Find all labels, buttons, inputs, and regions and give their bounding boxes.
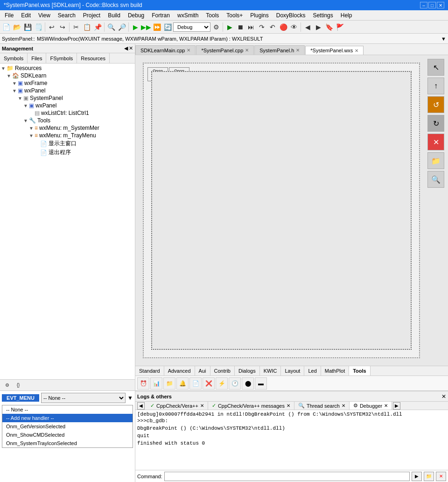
close-button[interactable]: ✕	[437, 2, 444, 8]
evt-menu-select[interactable]: -- None --	[41, 393, 126, 403]
pal-icon-5[interactable]: 📄	[189, 377, 202, 390]
tab-systempanel-cpp[interactable]: *SystemPanel.cpp ✕	[196, 45, 254, 55]
pal-icon-10[interactable]: ▬	[255, 377, 267, 390]
debug-next-button[interactable]: ⏭	[246, 22, 256, 32]
tab-systempanel-wxs[interactable]: *SystemPanel.wxs ✕	[305, 46, 364, 55]
evt-option-none[interactable]: -- None --	[2, 405, 133, 414]
tab-fsymbols[interactable]: FSymbols	[46, 53, 77, 63]
evt-option-systray[interactable]: Onm_SystemTrayIconSelected	[2, 439, 133, 447]
evt-option-getversion[interactable]: Onm_GetVersionSelected	[2, 422, 133, 431]
cmd-folder-btn[interactable]: 📁	[424, 472, 434, 481]
menu-doxyblocks[interactable]: DoxyBlocks	[273, 11, 309, 20]
menu-project[interactable]: Project	[79, 11, 104, 20]
tree-item-wxframe[interactable]: ▼ ▣ wxFrame	[1, 79, 134, 87]
tab-resources[interactable]: Resources	[77, 53, 110, 63]
log-tab-cppcheck-messages[interactable]: ✓ CppCheck/Vera++ messages ✕	[208, 402, 294, 410]
tree-item-wxpanel2[interactable]: ▼ ▣ wxPanel	[1, 102, 134, 109]
target-btn[interactable]: ⚙	[211, 22, 221, 32]
canvas-search-btn[interactable]: 🔍	[427, 171, 444, 188]
menu-search[interactable]: Search	[54, 11, 79, 20]
prop-btn1[interactable]: ⚙	[2, 380, 12, 390]
menu-view[interactable]: View	[35, 11, 54, 20]
tree-item-quit[interactable]: 📄 退出程序	[1, 148, 134, 157]
tab-close-sdklearnmain[interactable]: ✕	[187, 48, 190, 53]
toggle-tools[interactable]: ▼	[23, 118, 29, 123]
debug-bp-button[interactable]: 🔴	[278, 22, 288, 32]
toggle-systempanel[interactable]: ▼	[18, 96, 23, 101]
menu-plugins[interactable]: Plugins	[246, 11, 272, 20]
menu-file[interactable]: File	[1, 11, 17, 20]
open-button[interactable]: 📂	[12, 22, 22, 32]
log-tab-cppcheck-close[interactable]: ✕	[200, 403, 204, 408]
tree-item-sdklearn[interactable]: ▼ 🏠 SDKLearn	[1, 72, 134, 79]
cmd-close-btn[interactable]: ✕	[436, 472, 446, 481]
log-tab-cppcheck-msg-close[interactable]: ✕	[287, 403, 290, 408]
palette-tab-led[interactable]: Led	[304, 366, 321, 376]
tab-close-systempanel-wxs[interactable]: ✕	[355, 48, 358, 53]
debug-watch-button[interactable]: 👁	[289, 22, 299, 32]
stop-button[interactable]: 🔄	[162, 22, 173, 32]
toggle-wxpanel[interactable]: ▼	[12, 88, 18, 93]
menu-debug[interactable]: Debug	[124, 11, 148, 20]
canvas-open-btn[interactable]: 📁	[427, 152, 444, 169]
debug-run-button[interactable]: ▶	[224, 22, 235, 32]
pal-icon-2[interactable]: 📊	[150, 377, 162, 390]
pal-icon-4[interactable]: 🔔	[176, 377, 189, 390]
evt-option-showcmd[interactable]: Onm_ShowCMDSelected	[2, 431, 133, 439]
tree-item-systempanel[interactable]: ▼ ▣ SystemPanel	[1, 94, 134, 102]
tree-item-systemmenu[interactable]: ▼ ≡ wxMenu: m_SystemMer	[1, 124, 134, 132]
tab-files[interactable]: Files	[28, 53, 46, 63]
menu-help[interactable]: Help	[337, 11, 356, 20]
undo-button[interactable]: ↩	[47, 22, 57, 32]
log-tab-debugger-close[interactable]: ✕	[384, 403, 388, 408]
tree-item-wxpanel[interactable]: ▼ ▣ wxPanel	[1, 87, 134, 94]
tab-systempanel-h[interactable]: SystemPanel.h ✕	[254, 45, 305, 55]
log-tab-debugger[interactable]: ⚙ Debugger ✕	[350, 402, 392, 410]
pal-icon-9[interactable]: ⬤	[242, 377, 254, 390]
palette-tab-dialogs[interactable]: Dialogs	[235, 366, 260, 376]
address-arrow[interactable]: ▼	[441, 36, 446, 42]
pal-icon-1[interactable]: ⏰	[137, 377, 149, 390]
pal-icon-3[interactable]: 📁	[163, 377, 175, 390]
log-tab-thread-close[interactable]: ✕	[342, 403, 345, 408]
palette-tab-standard[interactable]: Standard	[135, 366, 164, 376]
tree-item-listctrl[interactable]: ▤ wxListCtrl: ListCtrl1	[1, 109, 134, 117]
toggle-traymenu[interactable]: ▼	[29, 133, 35, 138]
log-tab-thread-search[interactable]: 🔍 Thread search ✕	[294, 402, 350, 410]
menu-wxsmith[interactable]: wxSmith	[174, 11, 202, 20]
cut-button[interactable]: ✂	[71, 22, 81, 32]
tree-item-resources[interactable]: ▼ 📁 Resources	[1, 64, 134, 72]
canvas-left-btn[interactable]: ↺	[427, 96, 444, 113]
debug-stop-button[interactable]: ⏹	[235, 22, 245, 32]
menu-toolsplus[interactable]: Tools+	[223, 11, 246, 20]
panel-close-icon[interactable]: ✕	[129, 45, 133, 51]
debug-step-button[interactable]: ↷	[257, 22, 267, 32]
log-next-btn[interactable]: ▶	[393, 402, 400, 410]
toggle-resources[interactable]: ▼	[1, 66, 7, 71]
cmd-run-btn[interactable]: ▶	[412, 472, 422, 481]
paste-button[interactable]: 📌	[92, 22, 103, 32]
tab-sdklearnmain[interactable]: SDKLearnMain.cpp ✕	[135, 45, 196, 55]
evt-dropdown-arrow[interactable]: ▼	[127, 395, 133, 401]
pal-icon-8[interactable]: 🕐	[229, 377, 241, 390]
replace-button[interactable]: 🔎	[117, 22, 127, 32]
build-target-select[interactable]: Debug Release	[173, 22, 210, 32]
palette-tab-contrib[interactable]: Contrib	[210, 366, 235, 376]
palette-tab-kwic[interactable]: KWIC	[260, 366, 281, 376]
back-button[interactable]: ◀	[302, 22, 313, 32]
run-button[interactable]: ▶▶	[141, 22, 151, 32]
menu-fortran[interactable]: Fortran	[148, 11, 174, 20]
prop-btn2[interactable]: {}	[13, 380, 23, 390]
menu-settings[interactable]: Settings	[309, 11, 336, 20]
palette-tab-aui[interactable]: Aui	[195, 366, 210, 376]
command-input[interactable]	[164, 472, 410, 481]
logs-close-icon[interactable]: ✕	[441, 393, 446, 400]
toggle-sdklearn[interactable]: ▼	[7, 73, 12, 78]
palette-tab-advanced[interactable]: Advanced	[164, 366, 195, 376]
debug-out-button[interactable]: ↶	[267, 22, 278, 32]
pal-icon-6[interactable]: ❌	[203, 377, 215, 390]
minimize-button[interactable]: –	[420, 2, 427, 8]
canvas-pointer-btn[interactable]: ↖	[427, 59, 444, 76]
build-button[interactable]: ▶	[130, 22, 140, 32]
tree-item-tools[interactable]: ▼ 🔧 Tools	[1, 117, 134, 124]
